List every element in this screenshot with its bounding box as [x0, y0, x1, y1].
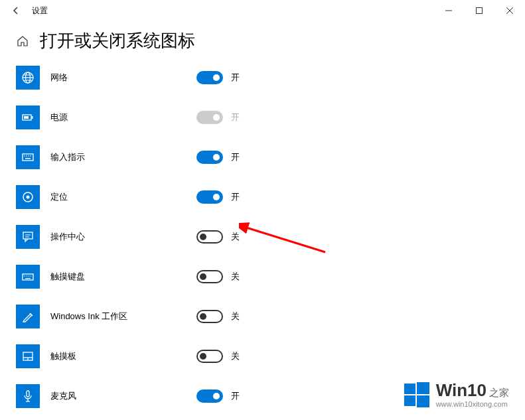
svg-rect-28	[25, 278, 31, 279]
microphone-tile	[16, 384, 40, 408]
setting-label: 麦克风	[50, 390, 196, 402]
battery-icon	[21, 111, 35, 124]
setting-row-action-center: 操作中心 关	[16, 217, 509, 257]
toggle-microphone[interactable]	[196, 389, 223, 403]
toggle-touchpad[interactable]	[196, 350, 223, 363]
app-name: 设置	[32, 5, 48, 17]
svg-point-15	[28, 155, 29, 157]
setting-row-touch-keyboard: 触摸键盘 关	[16, 257, 509, 297]
page-title: 打开或关闭系统图标	[40, 29, 195, 52]
setting-row-windows-ink: Windows Ink 工作区 关	[16, 297, 509, 336]
svg-rect-38	[417, 382, 429, 394]
globe-icon	[21, 71, 35, 84]
toggle-power	[196, 111, 223, 124]
toggle-touch-keyboard[interactable]	[196, 270, 223, 283]
svg-rect-17	[25, 158, 31, 159]
watermark-brand-main: Win10	[436, 381, 487, 400]
home-icon	[17, 35, 29, 47]
setting-label: 输入指示	[50, 151, 196, 163]
ink-icon	[21, 310, 35, 323]
network-tile	[16, 66, 40, 90]
setting-label: 网络	[50, 72, 196, 84]
svg-point-27	[30, 275, 31, 276]
svg-rect-10	[32, 116, 33, 119]
svg-point-24	[24, 275, 25, 276]
minimize-icon	[445, 7, 452, 14]
maximize-button[interactable]	[464, 0, 494, 21]
setting-label: 定位	[50, 191, 196, 203]
setting-row-touchpad: 触摸板 关	[16, 336, 509, 376]
setting-row-network: 网络 开	[16, 58, 509, 98]
svg-rect-23	[23, 274, 33, 280]
setting-label: 触摸键盘	[50, 271, 196, 283]
svg-rect-20	[23, 232, 33, 239]
action-center-tile	[16, 225, 40, 249]
power-tile	[16, 105, 40, 129]
touchpad-tile	[16, 344, 40, 368]
touch-keyboard-icon	[21, 270, 35, 283]
location-tile	[16, 185, 40, 209]
svg-rect-39	[404, 395, 415, 406]
svg-point-13	[24, 155, 25, 157]
svg-rect-12	[23, 154, 33, 161]
setting-row-location: 定位 开	[16, 177, 509, 217]
svg-point-26	[28, 275, 29, 276]
close-button[interactable]	[494, 0, 525, 21]
arrow-left-icon	[11, 6, 21, 15]
setting-label: 电源	[50, 111, 196, 123]
toggle-state-label: 开	[231, 72, 240, 84]
svg-rect-40	[417, 395, 429, 407]
setting-label: Windows Ink 工作区	[50, 311, 196, 322]
setting-row-power: 电源 开	[16, 98, 509, 137]
mic-icon	[21, 389, 35, 403]
input-tile	[16, 145, 40, 169]
toggle-action-center[interactable]	[196, 230, 223, 244]
watermark-url: www.win10xitong.com	[436, 400, 509, 408]
close-icon	[506, 7, 513, 14]
svg-rect-11	[24, 116, 29, 119]
ink-tile	[16, 305, 40, 328]
toggle-state-label: 开	[231, 151, 240, 163]
svg-rect-37	[404, 384, 415, 394]
svg-rect-1	[477, 8, 483, 14]
watermark: Win10 之家 www.win10xitong.com	[404, 381, 509, 408]
settings-list: 网络 开 电源 开 输入指示 开 定位 开	[0, 58, 525, 416]
message-icon	[21, 230, 35, 244]
touchpad-icon	[21, 350, 35, 363]
toggle-location[interactable]	[196, 190, 223, 204]
touch-keyboard-tile	[16, 265, 40, 289]
toggle-state-label: 开	[231, 191, 240, 203]
back-button[interactable]	[5, 0, 27, 21]
setting-label: 触摸板	[50, 350, 196, 362]
toggle-windows-ink[interactable]	[196, 310, 223, 323]
toggle-state-label: 关	[231, 350, 240, 362]
minimize-button[interactable]	[433, 0, 464, 21]
svg-point-14	[26, 155, 27, 157]
svg-rect-33	[27, 391, 29, 397]
toggle-network[interactable]	[196, 71, 223, 84]
svg-point-19	[27, 196, 30, 199]
svg-point-25	[26, 275, 27, 276]
toggle-state-label: 关	[231, 311, 240, 322]
toggle-state-label: 关	[231, 231, 240, 243]
target-icon	[21, 190, 35, 204]
toggle-input-indicator[interactable]	[196, 151, 223, 164]
maximize-icon	[476, 7, 483, 14]
keyboard-icon	[21, 151, 35, 164]
watermark-brand-sub: 之家	[489, 387, 509, 399]
toggle-state-label: 开	[231, 390, 240, 402]
windows-logo-icon	[404, 382, 429, 407]
setting-label: 操作中心	[50, 231, 196, 243]
toggle-state-label: 关	[231, 271, 240, 283]
svg-point-16	[30, 155, 31, 157]
home-button[interactable]	[16, 35, 29, 48]
toggle-state-label: 开	[231, 111, 240, 123]
setting-row-input-indicator: 输入指示 开	[16, 137, 509, 177]
